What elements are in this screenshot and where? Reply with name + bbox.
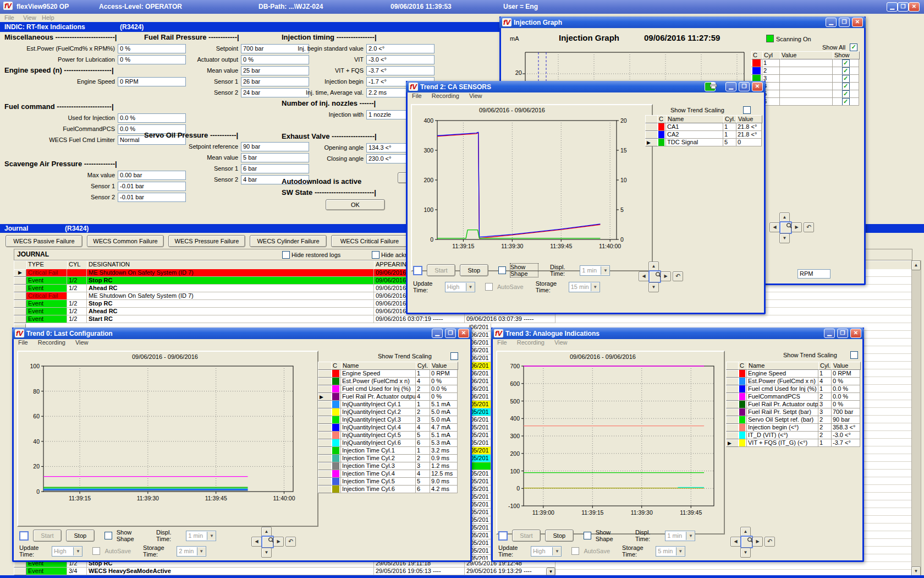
ok-button[interactable]: OK (326, 199, 385, 210)
storage-time-select[interactable]: 2 min▼ (177, 546, 206, 557)
minimize-button[interactable]: ▁ (887, 2, 898, 12)
nav-down-button[interactable]: ▼ (740, 548, 751, 558)
row-selector[interactable]: ▶ (318, 393, 332, 401)
row-selector[interactable] (726, 393, 739, 401)
row-selector[interactable] (726, 385, 739, 393)
journal-tab-1[interactable]: WECS Passive Failure (6, 235, 82, 247)
undo-zoom-button[interactable]: ↶ (673, 271, 683, 281)
menu-item-file[interactable]: File (497, 339, 507, 346)
undo-zoom-button[interactable]: ↶ (804, 222, 814, 232)
record-indicator[interactable] (498, 531, 508, 541)
show-checkbox[interactable]: ✓ (842, 59, 850, 67)
menu-item-help[interactable]: Help (42, 14, 54, 21)
maximize-button[interactable]: ❐ (445, 329, 456, 338)
row-selector[interactable] (318, 416, 332, 424)
nav-left-button[interactable]: ◀ (769, 222, 780, 232)
close-button[interactable]: ✕ (852, 18, 863, 27)
row-selector[interactable] (14, 315, 26, 323)
displ-time-select[interactable]: 1 min▼ (186, 531, 216, 541)
displ-time-select[interactable]: 1 min▼ (580, 265, 610, 276)
journal-tab-5[interactable]: WECS Critical Failure (331, 235, 408, 247)
record-indicator[interactable] (413, 266, 422, 275)
stop-button[interactable]: Stop (460, 264, 488, 276)
show-checkbox[interactable]: ✓ (842, 83, 850, 90)
record-indicator[interactable] (19, 531, 29, 541)
menu-item-file[interactable]: File (18, 339, 28, 346)
row-selector[interactable] (318, 378, 332, 385)
show-checkbox[interactable]: ✓ (842, 75, 850, 83)
displ-time-select[interactable]: 1 min▼ (665, 531, 695, 541)
row-selector[interactable] (14, 292, 26, 300)
nav-right-button[interactable]: ▶ (752, 537, 763, 547)
autosave-checkbox[interactable] (92, 547, 100, 555)
row-selector[interactable] (318, 455, 332, 462)
menu-item-recording[interactable]: Recording (517, 339, 544, 346)
row-selector[interactable] (318, 432, 332, 439)
nav-left-button[interactable]: ◀ (639, 271, 649, 281)
row-selector[interactable] (14, 568, 26, 575)
row-selector[interactable] (726, 416, 739, 424)
show-all-checkbox[interactable]: ✓ (850, 43, 857, 51)
nav-left-button[interactable]: ◀ (730, 537, 741, 547)
row-selector[interactable] (14, 285, 26, 292)
row-selector[interactable] (14, 300, 26, 308)
menu-item-view[interactable]: View (23, 14, 36, 21)
row-selector[interactable] (318, 385, 332, 393)
stop-button[interactable]: Stop (66, 530, 95, 542)
autosave-checkbox[interactable] (485, 283, 493, 291)
print-button[interactable] (705, 82, 716, 91)
row-selector[interactable] (726, 378, 739, 385)
show-checkbox[interactable]: ✓ (842, 90, 850, 98)
trend3-scaling-checkbox[interactable] (850, 351, 858, 359)
storage-time-select[interactable]: 5 min▼ (656, 546, 685, 557)
nav-down-button[interactable]: ▼ (261, 548, 272, 558)
menu-item-file[interactable]: File (4, 14, 14, 21)
journal-tab-3[interactable]: WECS Pressure Failure (168, 235, 245, 247)
row-selector[interactable] (726, 401, 739, 408)
storage-time-select[interactable]: 15 min▼ (569, 282, 600, 292)
menu-item-file[interactable]: File (412, 92, 422, 99)
trend0-titlebar[interactable]: fV Trend 0: Last Configuration ▁ ❐ ✕ (12, 328, 472, 339)
show-shape-checkbox[interactable] (105, 532, 112, 539)
menu-item-view[interactable]: View (469, 92, 482, 99)
row-selector[interactable] (318, 401, 332, 408)
row-selector[interactable] (318, 408, 332, 416)
row-selector[interactable] (726, 424, 739, 432)
menu-item-recording[interactable]: Recording (432, 92, 459, 99)
close-button[interactable]: ✕ (850, 329, 861, 338)
journal-tab-4[interactable]: WECS Cylinder Failure (250, 235, 327, 247)
close-button[interactable]: ✕ (458, 329, 469, 338)
show-shape-checkbox[interactable] (584, 532, 591, 539)
update-time-select[interactable]: High▼ (531, 546, 562, 557)
start-button[interactable]: Start (33, 530, 62, 542)
row-selector[interactable]: ▶ (645, 139, 658, 146)
minimize-button[interactable]: ▁ (432, 329, 443, 338)
row-selector[interactable]: ▶ (726, 439, 739, 447)
row-selector[interactable] (318, 424, 332, 432)
trend0-scaling-checkbox[interactable] (450, 352, 458, 360)
row-selector[interactable] (318, 470, 332, 478)
nav-down-button[interactable]: ▼ (648, 282, 659, 292)
nav-right-button[interactable]: ▶ (273, 537, 284, 547)
maximize-button[interactable]: ❐ (739, 82, 750, 91)
close-button[interactable]: ✕ (752, 82, 763, 91)
journal-tab-2[interactable]: WECS Common Failure (87, 235, 164, 247)
nav-right-button[interactable]: ▶ (791, 222, 802, 232)
close-button[interactable]: ✕ (909, 2, 920, 12)
row-selector[interactable] (318, 447, 332, 455)
maximize-button[interactable]: ❐ (898, 2, 909, 12)
row-selector[interactable] (318, 370, 332, 378)
show-checkbox[interactable]: ✓ (842, 67, 850, 75)
trend3-titlebar[interactable]: fV Trend 3: Analogue Indications ▁ ❐ ✕ (491, 328, 864, 339)
row-selector[interactable] (318, 486, 332, 493)
stop-button[interactable]: Stop (545, 530, 574, 542)
zoom-button[interactable] (779, 221, 792, 234)
zoom-button[interactable] (648, 270, 661, 283)
hide-restored-checkbox[interactable] (282, 251, 290, 259)
row-selector[interactable] (645, 123, 658, 131)
nav-left-button[interactable]: ◀ (251, 537, 262, 547)
minimize-button[interactable]: ▁ (725, 82, 736, 91)
trend2-scaling-checkbox[interactable] (743, 106, 751, 114)
minimize-button[interactable]: ▁ (826, 18, 837, 27)
maximize-button[interactable]: ❐ (837, 329, 848, 338)
